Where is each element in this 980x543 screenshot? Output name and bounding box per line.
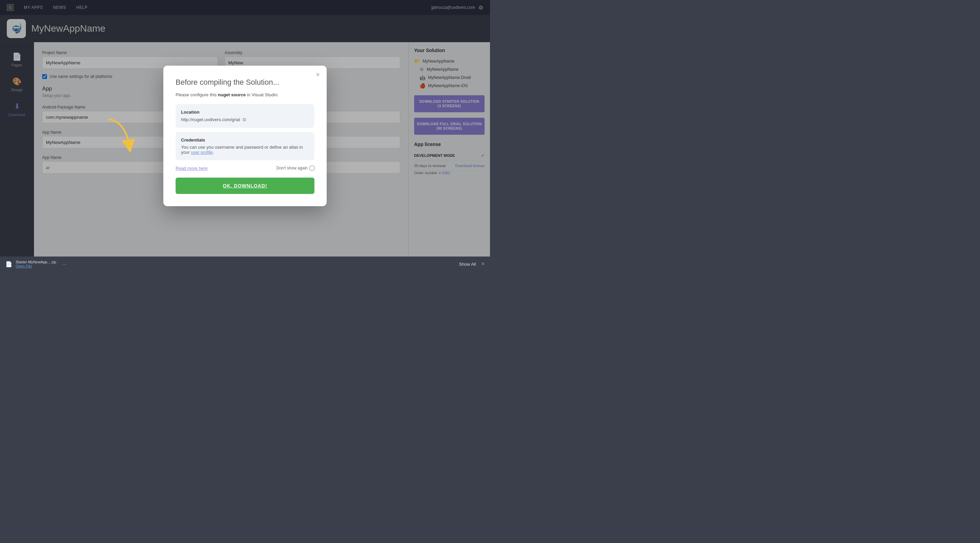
location-row: http://nuget.uxdivers.com/grial ⧉ [181,117,309,122]
location-card: Location http://nuget.uxdivers.com/grial… [176,104,314,128]
more-options-icon[interactable]: ··· [60,260,69,268]
modal: × Before compiling the Solution... Pleas… [163,66,327,206]
dont-show-checkbox[interactable] [310,166,314,170]
show-all-button[interactable]: Show All [459,262,476,267]
dont-show-row: Don't show again [276,166,314,170]
user-profile-link[interactable]: user profile [191,150,213,155]
download-item: 📄 Starter-MyNewApp....zip Open File ··· [5,260,69,268]
dont-show-label: Don't show again [276,166,308,170]
download-arrow [99,116,140,158]
read-more-link[interactable]: Read more here [176,166,208,171]
file-icon: 📄 [5,261,12,267]
ok-download-button[interactable]: OK, DOWNLOAD! [176,178,314,194]
bottom-close-button[interactable]: × [482,261,485,267]
credentials-title: Credentials [181,137,309,143]
modal-title: Before compiling the Solution... [176,78,314,87]
modal-footer: Read more here Don't show again [176,166,314,171]
modal-overlay: × Before compiling the Solution... Pleas… [0,0,490,272]
download-info: Starter-MyNewApp....zip Open File [16,260,56,268]
open-file-link[interactable]: Open File [16,264,56,268]
copy-icon[interactable]: ⧉ [243,117,246,122]
modal-close-button[interactable]: × [316,71,320,78]
bottom-bar: 📄 Starter-MyNewApp....zip Open File ··· … [0,257,490,272]
credentials-card: Credentials You can use you username and… [176,132,314,160]
credentials-text: You can use you username and password or… [181,144,309,155]
location-title: Location [181,110,309,115]
modal-description: Please configure this nuget source in Vi… [176,92,314,97]
location-url: http://nuget.uxdivers.com/grial [181,117,240,122]
download-filename: Starter-MyNewApp....zip [16,260,56,264]
bottom-bar-right: Show All × [459,261,485,267]
